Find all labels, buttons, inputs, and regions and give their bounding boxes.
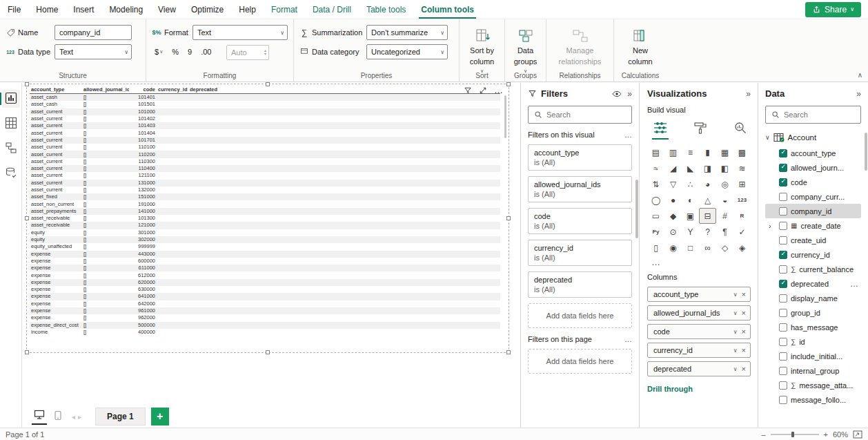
data-field-row[interactable]: › ∑ ▦ account_type … (765, 146, 861, 160)
data-field-row[interactable]: › ∑ ▦ id … (765, 334, 861, 349)
field-checkbox[interactable] (779, 207, 787, 216)
zoom-out-icon[interactable]: – (761, 430, 765, 439)
format-dropdown[interactable]: Text ∨ (193, 25, 288, 40)
next-page-icon[interactable]: ▸ (78, 413, 81, 421)
stepper-arrows[interactable]: ▴▾ (264, 49, 266, 56)
data-field-row[interactable]: › ∑ ▦ message_atta... … (765, 378, 861, 392)
smart-narrative-icon[interactable]: ¶ (716, 224, 733, 240)
data-field-row[interactable]: › ∑ ▦ currency_id … (765, 247, 861, 262)
table-column-header[interactable]: currency_id (157, 86, 188, 93)
key-influencers-icon[interactable]: ⊙ (664, 224, 682, 240)
data-search-input[interactable] (784, 111, 855, 119)
collapse-table-icon[interactable]: ∨ (765, 134, 770, 141)
100-stacked-bar-chart-icon[interactable]: ▦ (716, 144, 733, 160)
collapse-pane-icon[interactable]: » (627, 89, 632, 99)
field-checkbox[interactable] (779, 222, 787, 230)
line-chart-icon[interactable]: ≈ (647, 160, 664, 176)
section-more-options-icon[interactable]: … (624, 335, 632, 343)
treemap-icon[interactable]: ⊞ (733, 176, 751, 192)
new-column-button[interactable]: New column (620, 24, 661, 66)
pie-chart-icon[interactable]: ◕ (699, 176, 716, 192)
field-checkbox[interactable] (779, 265, 787, 274)
menu-tab[interactable]: Insert (66, 0, 101, 19)
scatter-chart-icon[interactable]: ∴ (682, 176, 699, 192)
manage-relationships-button[interactable]: Manage relationships (552, 24, 608, 66)
remove-field-icon[interactable]: × (740, 309, 747, 317)
slicer-icon[interactable]: ▣ (682, 208, 699, 224)
line-and-stacked-column-chart-icon[interactable]: ◨ (699, 160, 716, 176)
matrix-icon[interactable]: # (716, 208, 733, 224)
funnel-chart-icon[interactable]: ▽ (664, 176, 682, 192)
column-name-input[interactable] (55, 25, 132, 40)
menu-tab[interactable]: Modeling (101, 0, 150, 19)
data-field-row[interactable]: › ∑ ▦ group_id … (765, 305, 861, 320)
visual-more-options-icon[interactable]: … (494, 87, 503, 94)
data-search-box[interactable] (765, 106, 861, 124)
analytics-tab[interactable] (730, 119, 751, 137)
data-field-row[interactable]: › ∑ ▦ code … (765, 175, 861, 189)
chevron-down-icon[interactable]: ∨ (731, 366, 740, 372)
scorecard-icon[interactable]: ◇ (716, 240, 733, 256)
ribbon-chart-icon[interactable]: ≋ (733, 160, 751, 176)
paginated-report-icon[interactable]: ▯ (647, 240, 664, 256)
power-apps-icon[interactable]: □ (682, 240, 699, 256)
collapse-ribbon-button[interactable]: ∧ (858, 71, 862, 79)
get-more-visuals-icon[interactable]: … (651, 257, 751, 267)
zoom-slider-thumb[interactable] (791, 432, 794, 437)
field-checkbox[interactable] (779, 352, 787, 361)
summarization-dropdown[interactable]: Don't summarize ∨ (366, 25, 448, 40)
table-column-header[interactable]: code (129, 86, 157, 93)
report-view-button[interactable] (2, 90, 20, 108)
number-format-button[interactable]: 9 ∨ (185, 45, 195, 59)
menu-tab[interactable]: File (0, 0, 28, 19)
arcgis-map-icon[interactable]: ◉ (664, 240, 682, 256)
add-data-fields-dropzone[interactable]: Add data fields here (528, 303, 632, 328)
table-visual-container[interactable]: … account_typeallowed_journal_idscodecur… (26, 84, 509, 353)
add-page-button[interactable]: + (151, 408, 169, 425)
desktop-layout-button[interactable] (32, 408, 47, 425)
table-column-header[interactable]: account_type (30, 86, 82, 93)
performance-flow-icon[interactable]: ◈ (733, 240, 751, 256)
field-checkbox[interactable] (779, 309, 787, 317)
menu-tab[interactable]: Table tools (359, 0, 413, 19)
data-field-row[interactable]: › ∑ ▦ deprecated … (765, 276, 861, 291)
expand-hierarchy-icon[interactable]: › (769, 222, 776, 230)
field-checkbox[interactable] (779, 367, 787, 375)
data-field-row[interactable]: › ∑ ▦ has_message … (765, 320, 861, 334)
100-stacked-column-chart-icon[interactable]: ▩ (733, 144, 751, 160)
filters-search-input[interactable] (546, 111, 626, 119)
chevron-down-icon[interactable]: ∨ (731, 329, 740, 335)
table-column-header[interactable]: deprecated (188, 86, 219, 93)
map-icon[interactable]: ◯ (647, 192, 664, 208)
resize-handle[interactable] (25, 82, 29, 86)
data-groups-button[interactable]: Data groups ∨ (511, 24, 540, 75)
dax-query-view-button[interactable] (2, 164, 20, 182)
field-checkbox[interactable] (779, 178, 787, 186)
data-field-row[interactable]: › ∑ ▦ current_balance … (765, 262, 861, 276)
report-canvas[interactable]: … account_typeallowed_journal_idscodecur… (22, 83, 520, 428)
resize-handle[interactable] (25, 350, 29, 354)
zoom-slider[interactable] (771, 434, 819, 435)
field-checkbox[interactable] (779, 193, 787, 201)
filter-card[interactable]: code is (All) (528, 208, 632, 234)
data-field-row[interactable]: › ∑ ▦ internal_group … (765, 363, 861, 378)
column-well-field[interactable]: account_type ∨ × (647, 287, 751, 302)
resize-handle[interactable] (506, 82, 511, 86)
build-visual-tab[interactable] (650, 119, 671, 137)
field-checkbox[interactable] (779, 280, 787, 288)
menu-tab[interactable]: Format (264, 0, 305, 19)
azure-map-icon[interactable]: △ (699, 192, 716, 208)
chevron-down-icon[interactable]: ∨ (731, 291, 740, 298)
data-field-row[interactable]: › ∑ ▦ company_curr... … (765, 189, 861, 204)
field-more-options-icon[interactable]: … (850, 279, 860, 289)
add-data-fields-dropzone[interactable]: Add data fields here (528, 349, 632, 374)
format-visual-tab[interactable] (690, 119, 711, 137)
zoom-in-icon[interactable]: + (824, 430, 828, 439)
donut-chart-icon[interactable]: ◎ (716, 176, 733, 192)
remove-field-icon[interactable]: × (740, 365, 747, 373)
area-chart-icon[interactable]: ◢ (664, 160, 682, 176)
stacked-column-chart-icon[interactable]: ▥ (664, 144, 682, 160)
kpi-icon[interactable]: ◆ (664, 208, 682, 224)
filter-card[interactable]: account_type is (All) (528, 144, 632, 171)
column-well-field[interactable]: code ∨ × (647, 324, 751, 339)
